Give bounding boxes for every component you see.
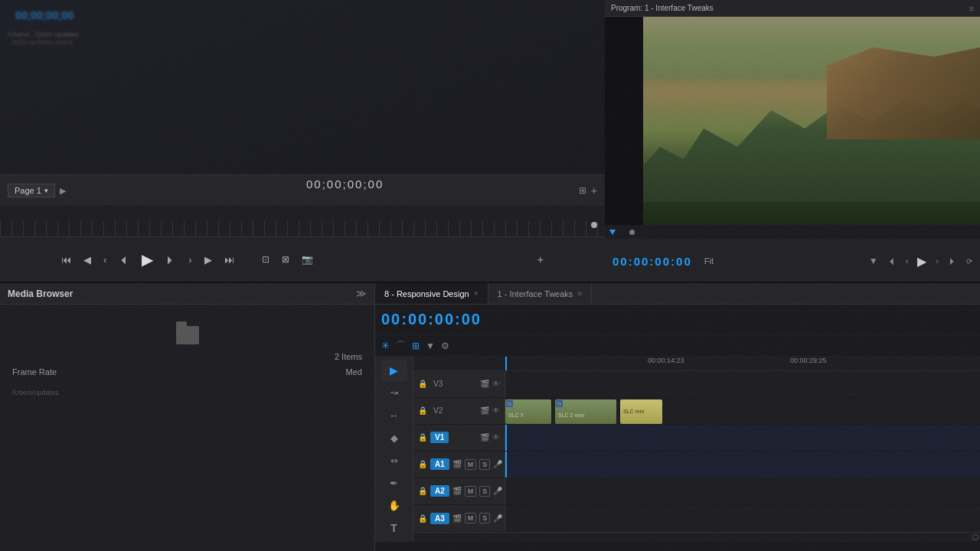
- v2-label: V2: [433, 406, 443, 415]
- tab1-close[interactable]: ×: [474, 289, 479, 298]
- wrench-tool[interactable]: ⚙: [441, 341, 449, 351]
- v2-clip-3[interactable]: SLC mm: [620, 399, 662, 424]
- hand-tool[interactable]: ✋: [381, 495, 407, 517]
- source-controls-bar: Page 1 ▾ ▶ ⊞ +: [0, 174, 605, 207]
- select-tool[interactable]: ▶: [381, 360, 407, 381]
- linked-sel-tool[interactable]: ⊞: [412, 341, 420, 351]
- track-v2-content[interactable]: fx SLC Y fx SLC 2 mov SLC mm: [505, 398, 980, 424]
- v2-film-icon[interactable]: 🎬: [480, 406, 489, 415]
- go-start-btn[interactable]: ⏮: [61, 254, 71, 266]
- track-v1: 🔒 V1 🎬 👁: [413, 425, 980, 452]
- tab1-label: 8 - Responsive Design: [384, 289, 469, 298]
- prog-step-fwd[interactable]: ›: [936, 256, 939, 266]
- a1-film-icon[interactable]: 🎬: [452, 460, 462, 468]
- track-v1-content[interactable]: [505, 425, 980, 451]
- grid-icon[interactable]: ⊞: [579, 185, 586, 196]
- a3-mic-icon[interactable]: 🎤: [493, 514, 502, 523]
- marker-tool[interactable]: ▼: [426, 341, 435, 351]
- chevron-icon: ▾: [44, 187, 48, 194]
- fast-forward-btn[interactable]: ⏵: [165, 253, 176, 266]
- a1-s-btn[interactable]: S: [479, 459, 490, 470]
- seq-toolbar-row: ✳ ⌒ ⊞ ▼ ⚙: [375, 335, 980, 357]
- a3-s-btn[interactable]: S: [479, 513, 490, 523]
- a1-lock-icon[interactable]: 🔒: [418, 460, 427, 468]
- pen-tool[interactable]: ✒: [381, 473, 407, 494]
- frame-rate-value: Med: [346, 367, 362, 377]
- a2-m-btn[interactable]: M: [465, 486, 477, 497]
- tracks-area: ▶ ↝ ↔ ◆ ⇔ ✒ ✋ T 00:00:14:23: [375, 357, 980, 542]
- overwrite-btn[interactable]: ⊠: [282, 254, 289, 265]
- track-a2-header: 🔒 A2 🎬 M S 🎤: [413, 478, 505, 504]
- step-fwd-btn[interactable]: ›: [188, 254, 191, 266]
- prog-marker-btn[interactable]: ▼: [869, 256, 878, 266]
- v2-lock-icon[interactable]: 🔒: [418, 406, 427, 415]
- sparkle-tool[interactable]: ✳: [381, 340, 390, 351]
- v1-eye-icon[interactable]: 👁: [492, 433, 500, 442]
- a3-lock-icon[interactable]: 🔒: [418, 514, 427, 523]
- a3-m-btn[interactable]: M: [465, 513, 477, 523]
- rewind-btn[interactable]: ⏴: [119, 253, 129, 266]
- v1-film-icon[interactable]: 🎬: [480, 433, 489, 442]
- a2-film-icon[interactable]: 🎬: [452, 487, 462, 495]
- prog-loop[interactable]: ⟳: [966, 257, 972, 266]
- track-a1-content[interactable]: [505, 452, 980, 478]
- play-btn[interactable]: ▶: [142, 250, 153, 269]
- ripple-edit-tool[interactable]: ↔: [381, 405, 407, 426]
- v3-eye-icon[interactable]: 👁: [492, 380, 500, 388]
- plus-icon[interactable]: +: [591, 184, 597, 197]
- v3-lock-icon[interactable]: 🔒: [418, 380, 427, 388]
- prog-fit[interactable]: Fit: [704, 256, 714, 266]
- media-folder-icon-area[interactable]: [6, 311, 368, 352]
- tab-interface-tweaks[interactable]: 1 - Interface Tweaks ≡: [488, 283, 593, 304]
- page-selector[interactable]: Page 1 ▾: [8, 184, 55, 197]
- source-timecode-area: 00;00;00;00: [306, 178, 384, 191]
- timeline-scrollbar[interactable]: [413, 532, 980, 542]
- track-v3-content[interactable]: [505, 371, 980, 397]
- source-scrubber[interactable]: [0, 207, 605, 237]
- prog-rewind[interactable]: ⏴: [887, 256, 897, 266]
- v2-clip-2[interactable]: fx SLC 2 mov: [555, 399, 616, 424]
- prog-timecode-display: 00:00:00:00: [612, 255, 692, 268]
- v1-lock-icon[interactable]: 🔒: [418, 433, 427, 442]
- magnet-tool[interactable]: ⌒: [396, 339, 406, 353]
- step-back-btn[interactable]: ‹: [103, 254, 106, 266]
- v2-clip-1[interactable]: fx SLC Y: [505, 399, 551, 424]
- tab-responsive-design[interactable]: 8 - Responsive Design ×: [375, 283, 488, 304]
- track-a2-content[interactable]: [505, 478, 980, 504]
- media-browser-panel: Media Browser ≫ 2 Items Frame Rate Med /: [0, 283, 375, 551]
- program-menu-icon[interactable]: ≡: [969, 4, 974, 13]
- track-v1-header: 🔒 V1 🎬 👁: [413, 425, 505, 451]
- go-end-btn[interactable]: ⏭: [224, 254, 234, 266]
- stretch-tool[interactable]: ⇔: [381, 450, 407, 471]
- a2-s-btn[interactable]: S: [479, 486, 490, 497]
- program-monitor: Program: 1 - Interface Tweaks ≡ 00:00:00…: [605, 0, 980, 283]
- tab2-menu[interactable]: ≡: [577, 289, 582, 298]
- a2-lock-icon[interactable]: 🔒: [418, 487, 427, 495]
- diamond-tool[interactable]: ◆: [381, 428, 407, 449]
- v2-eye-icon[interactable]: 👁: [492, 406, 500, 415]
- track-a3-content[interactable]: [505, 505, 980, 531]
- timeline-timecode-header: 00:00:14:23 00:00:29:25: [413, 357, 980, 371]
- export-frame-btn[interactable]: 📷: [302, 254, 313, 265]
- media-browser-expand[interactable]: ≫: [356, 288, 367, 299]
- playhead-v1: [505, 425, 507, 451]
- a1-m-btn[interactable]: M: [465, 459, 477, 470]
- type-tool[interactable]: T: [381, 518, 407, 540]
- track-select-tool[interactable]: ↝: [381, 383, 407, 404]
- next-edit-btn[interactable]: ▶: [204, 254, 212, 266]
- prog-step-back[interactable]: ‹: [906, 256, 909, 266]
- prog-ff[interactable]: ⏵: [948, 256, 957, 266]
- tracks-with-headers: 00:00:14:23 00:00:29:25 🔒 V3 🎬 👁: [413, 357, 980, 542]
- timecode-t1: 00:00:14:23: [648, 357, 684, 364]
- a3-film-icon[interactable]: 🎬: [452, 514, 462, 523]
- item-count-row: 2 Items: [6, 352, 368, 364]
- a2-mic-icon[interactable]: 🎤: [493, 487, 502, 495]
- prev-edit-btn[interactable]: ◀: [83, 254, 91, 266]
- a1-mic-icon[interactable]: 🎤: [493, 460, 502, 468]
- insert-btn[interactable]: ⊡: [262, 254, 270, 265]
- v3-film-icon[interactable]: 🎬: [480, 380, 489, 388]
- program-video-area: [643, 17, 980, 225]
- nav-forward-icon[interactable]: ▶: [60, 186, 66, 196]
- add-marker-btn[interactable]: +: [537, 253, 544, 266]
- prog-play[interactable]: ▶: [917, 254, 926, 269]
